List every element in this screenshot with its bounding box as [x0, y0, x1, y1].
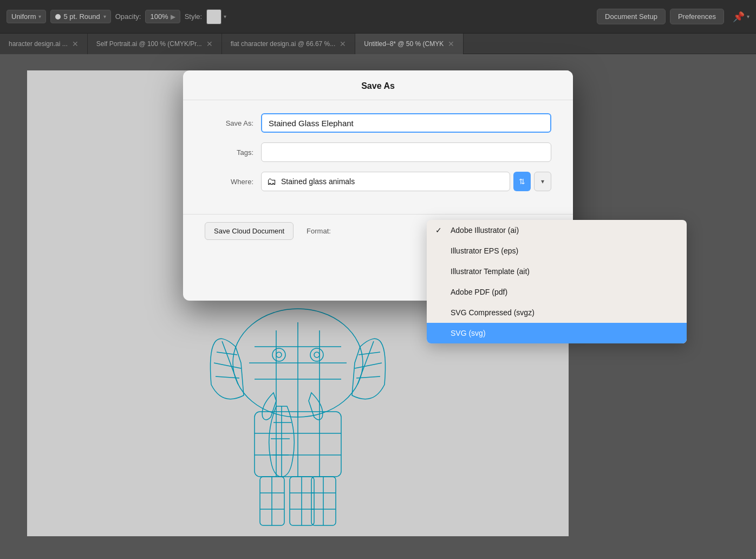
where-chevron-button[interactable]: ▾ [534, 172, 551, 191]
format-item-ait[interactable]: Illustrator Template (ait) [427, 261, 687, 282]
save-as-dialog: Save As Save As: Tags: Where: 🗂 Stained … [183, 70, 573, 301]
format-dropdown: ✓ Adobe Illustrator (ai) Illustrator EPS… [427, 220, 687, 343]
where-label: Where: [205, 178, 253, 186]
dialog-title: Save As [183, 70, 573, 100]
folder-select[interactable]: 🗂 Stained glass animals [261, 172, 510, 191]
format-item-pdf-label: Adobe PDF (pdf) [451, 288, 507, 296]
save-as-label: Save As: [205, 119, 253, 127]
tags-row: Tags: [205, 142, 551, 162]
folder-icon: 🗂 [267, 176, 277, 187]
tags-input[interactable] [261, 142, 551, 162]
tags-label: Tags: [205, 148, 253, 157]
format-item-svgz-label: SVG Compressed (svgz) [451, 308, 535, 317]
format-item-svg-label: SVG (svg) [451, 329, 486, 337]
format-item-svgz[interactable]: SVG Compressed (svgz) [427, 302, 687, 323]
save-as-row: Save As: [205, 113, 551, 133]
chevron-down-icon: ▾ [541, 178, 544, 185]
where-row: Where: 🗂 Stained glass animals ⇅ ▾ [205, 172, 551, 191]
folder-name: Stained glass animals [281, 177, 355, 186]
save-cloud-button[interactable]: Save Cloud Document [205, 222, 294, 240]
format-item-eps-label: Illustrator EPS (eps) [451, 246, 518, 255]
checkmark-icon: ✓ [435, 226, 442, 235]
where-container: 🗂 Stained glass animals ⇅ ▾ [261, 172, 551, 191]
save-as-input[interactable] [261, 113, 551, 133]
format-label: Format: [307, 227, 331, 235]
where-arrows-button[interactable]: ⇅ [513, 172, 531, 191]
format-item-eps[interactable]: Illustrator EPS (eps) [427, 240, 687, 261]
format-item-ait-label: Illustrator Template (ait) [451, 267, 530, 276]
format-item-ai-label: Adobe Illustrator (ai) [451, 226, 519, 235]
format-item-ai[interactable]: ✓ Adobe Illustrator (ai) [427, 220, 687, 240]
up-down-arrows-icon: ⇅ [519, 177, 525, 186]
format-row: Save Cloud Document Format: ✓ Adobe Illu… [183, 214, 573, 248]
dialog-body: Save As: Tags: Where: 🗂 Stained glass an… [183, 100, 573, 214]
format-item-pdf[interactable]: Adobe PDF (pdf) [427, 282, 687, 302]
format-item-svg[interactable]: SVG (svg) [427, 323, 687, 343]
